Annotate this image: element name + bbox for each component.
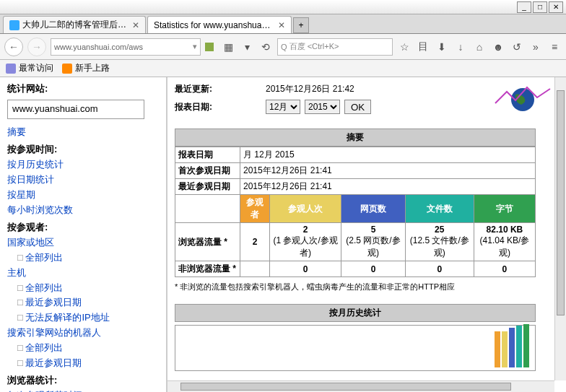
monthly-header: 按月历史统计 [175,304,536,322]
col-visits: 参观人次 [269,195,341,223]
tab-label: 大帅儿二郎的博客管理后… [22,19,126,31]
row-first-visit: 首次参观日期 [175,163,240,179]
bookmark-label: 最常访问 [19,62,53,74]
history-icon[interactable]: ↺ [510,40,524,54]
row-last-visit: 最近参观日期 [175,179,240,195]
menu-icon[interactable]: ≡ [547,40,562,54]
last-update-value: 2015年12月26日 21:42 [266,83,354,95]
bookmark-star-icon[interactable]: ☆ [397,40,412,54]
link-daily[interactable]: 按日期统计 [7,173,159,188]
ok-button[interactable]: OK [344,100,371,114]
search-placeholder: 百度 <Ctrl+K> [289,41,339,52]
maximize-button[interactable]: □ [533,1,547,13]
bookmark-label: 新手上路 [75,62,110,74]
report-date-label: 报表日期: [175,101,261,113]
section-browser: 浏览器统计: [7,373,159,388]
dropdown-icon[interactable]: ▾ [240,40,254,54]
search-icon: Q [281,43,287,51]
main-panel: 最近更新: 2015年12月26日 21:42 报表日期: 12月 2015 O… [167,77,566,392]
section-by-time: 按参观时间: [7,142,159,157]
awstats-logo [494,82,552,118]
qr-icon[interactable]: ▦ [221,40,235,54]
url-bar[interactable]: www.yuanshuai.com/aws ▾ [51,38,201,56]
summary-note: * 非浏览的流量包括搜索引擎机器人，蠕虫病毒产生的流量和非正常的HTTP相应 [175,282,536,292]
tab-statistics[interactable]: Statistics for www.yuanshuai… ✕ [147,16,292,33]
month-select[interactable]: 12月 [266,100,300,114]
section-by-visitor: 按参观者: [7,220,159,235]
col-files: 文件数 [405,195,474,223]
window-titlebar: _ □ ✕ [0,0,566,14]
overflow-icon[interactable]: » [528,40,543,54]
forward-button[interactable]: → [27,38,46,56]
col-visitors: 参观者 [240,195,270,223]
close-icon[interactable]: ✕ [278,20,285,30]
link-robots[interactable]: 搜索引擎网站的机器人 [7,326,159,341]
shield-icon[interactable] [205,43,214,51]
stat-site-label: 统计网站: [7,82,159,97]
link-list-all[interactable]: 全部列出 [7,251,159,266]
link-host[interactable]: 主机 [7,266,159,281]
reader-icon[interactable]: 目 [416,40,430,54]
link-list-all[interactable]: 全部列出 [7,341,159,356]
horizontal-scrollbar[interactable] [167,380,554,392]
chat-icon[interactable]: ☻ [491,40,505,54]
link-unresolved-ip[interactable]: 无法反解译的IP地址 [7,310,159,326]
link-hourly[interactable]: 每小时浏览次数 [7,203,159,218]
link-country[interactable]: 国家或地区 [7,235,159,251]
row-browser-traffic: 浏览器流量 * [175,223,240,261]
sidebar: 统计网站: www.yuanshuai.com 摘要 按参观时间: 按月历史统计… [0,77,167,392]
row-nonbrowser-traffic: 非浏览器流量 * [175,261,240,277]
url-text: www.yuanshuai.com/aws [54,43,143,51]
summary-table: 报表日期月 12月 2015 首次参观日期2015年12月26日 21:41 最… [175,147,536,277]
dropdown-icon[interactable]: ▾ [193,42,197,51]
vertical-scrollbar[interactable] [554,77,566,380]
site-select[interactable]: www.yuanshuai.com [7,100,144,119]
col-pages: 网页数 [341,195,405,223]
close-icon[interactable]: ✕ [132,20,139,30]
bookmark-bar: 最常访问 新手上路 [0,60,566,77]
minimize-button[interactable]: _ [517,1,531,13]
summary-header: 摘要 [175,129,536,147]
link-monthly[interactable]: 按月历史统计 [7,157,159,173]
row-report-date: 报表日期 [175,147,240,163]
link-visit-duration[interactable]: 每次参观所花时间 [7,388,159,392]
last-update-label: 最近更新: [175,83,261,95]
bookmark-getting-started[interactable]: 新手上路 [62,62,110,74]
content-area: 统计网站: www.yuanshuai.com 摘要 按参观时间: 按月历史统计… [0,77,566,392]
tab-bar: 大帅儿二郎的博客管理后… ✕ Statistics for www.yuansh… [0,14,566,34]
tab-favicon [9,20,19,30]
pocket-icon[interactable]: ⬇ [435,40,449,54]
link-summary[interactable]: 摘要 [7,125,159,140]
back-button[interactable]: ← [4,38,23,56]
bookmark-most-visited[interactable]: 最常访问 [6,62,53,74]
link-recent-visit[interactable]: 最近参观日期 [7,295,159,310]
new-tab-button[interactable]: + [293,17,309,33]
monthly-chart [175,325,536,371]
link-recent-visit[interactable]: 最近参观日期 [7,356,159,371]
year-select[interactable]: 2015 [305,100,340,114]
reload-button[interactable]: ⟲ [258,40,273,54]
downloads-icon[interactable]: ↓ [453,40,468,54]
tab-blog-admin[interactable]: 大帅儿二郎的博客管理后… ✕ [3,16,146,33]
bookmark-icon [6,64,16,74]
home-icon[interactable]: ⌂ [472,40,487,54]
tab-label: Statistics for www.yuanshuai… [154,20,272,30]
bookmark-icon [62,64,72,74]
close-button[interactable]: ✕ [549,1,563,13]
link-list-all[interactable]: 全部列出 [7,281,159,296]
link-weekday[interactable]: 按星期 [7,188,159,203]
nav-toolbar: ← → www.yuanshuai.com/aws ▾ ▦ ▾ ⟲ Q 百度 <… [0,34,566,60]
col-bytes: 字节 [474,195,535,223]
search-bar[interactable]: Q 百度 <Ctrl+K> [277,38,393,56]
